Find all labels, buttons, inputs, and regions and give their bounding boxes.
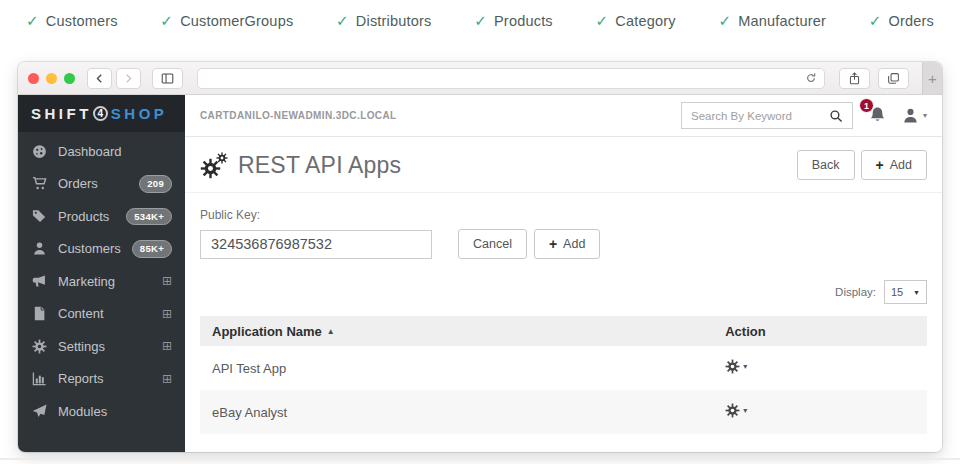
migration-status-label: Products	[494, 13, 553, 29]
sidebar-item-marketing[interactable]: Marketing ⊞	[18, 265, 185, 298]
admin-topbar: CARTDANILO-NEWADMIN.3DC.LOCAL 1	[185, 95, 942, 137]
check-icon: ✓	[474, 12, 487, 30]
page-size-value: 15	[891, 286, 903, 298]
sidebar-item-settings[interactable]: Settings ⊞	[18, 330, 185, 363]
table-header: Application Name ▲ Action	[200, 316, 927, 346]
migration-status-label: Distributors	[356, 13, 432, 29]
expand-icon[interactable]: ⊞	[162, 373, 172, 385]
back-button[interactable]: Back	[797, 150, 855, 180]
search-input[interactable]	[691, 110, 823, 122]
table-row: API Test App ▾	[200, 346, 927, 390]
public-key-input[interactable]	[200, 230, 432, 259]
migration-status-label: Orders	[888, 13, 934, 29]
search-icon[interactable]	[829, 109, 843, 123]
migration-status-item: ✓ Manufacturer	[718, 12, 826, 30]
sidebar-item-dashboard[interactable]: Dashboard	[18, 135, 185, 168]
display-label: Display:	[835, 286, 876, 298]
browser-share-button[interactable]	[839, 68, 870, 89]
sidebar-item-label: Products	[58, 209, 109, 224]
sidebar-item-label: Customers	[58, 241, 121, 256]
sidebar-item-label: Reports	[58, 371, 104, 386]
expand-icon[interactable]: ⊞	[162, 308, 172, 320]
dashboard-icon	[31, 143, 47, 159]
check-icon: ✓	[595, 12, 608, 30]
sidebar-item-orders[interactable]: Orders 209	[18, 168, 185, 201]
check-icon: ✓	[336, 12, 349, 30]
public-key-section: Public Key: Cancel + Add	[185, 193, 942, 259]
tags-icon	[31, 208, 47, 224]
application-name-cell: API Test App	[212, 361, 725, 376]
sidebar-item-label: Marketing	[58, 274, 115, 289]
sidebar-item-label: Orders	[58, 176, 98, 191]
sidebar-item-content[interactable]: Content ⊞	[18, 298, 185, 331]
page-header: REST API Apps Back + Add	[185, 137, 942, 193]
count-badge: 534K+	[126, 208, 172, 226]
check-icon: ✓	[869, 12, 882, 30]
sidebar-menu: Dashboard Orders 209 Products 534K+ Cust	[18, 132, 185, 428]
admin-app: SHIFT 4 SHOP Dashboard Orders 209 Produ	[18, 95, 942, 452]
sidebar-item-customers[interactable]: Customers 85K+	[18, 233, 185, 266]
expand-icon[interactable]: ⊞	[162, 340, 172, 352]
url-input[interactable]	[205, 71, 805, 85]
user-icon	[902, 107, 919, 124]
new-tab-button[interactable]: +	[922, 62, 942, 94]
customer-icon	[31, 241, 47, 257]
migration-status-label: Customers	[46, 13, 118, 29]
store-domain-breadcrumb: CARTDANILO-NEWADMIN.3DC.LOCAL	[200, 110, 397, 121]
cancel-button[interactable]: Cancel	[458, 229, 527, 259]
sidebar-item-modules[interactable]: Modules	[18, 395, 185, 428]
bar-chart-icon	[31, 371, 47, 387]
megaphone-icon	[31, 273, 47, 289]
migration-status-item: ✓ CustomerGroups	[160, 12, 293, 30]
tabs-icon	[887, 72, 900, 85]
application-name-column-header[interactable]: Application Name ▲	[212, 324, 725, 339]
action-column-header: Action	[725, 324, 915, 339]
sort-ascending-icon: ▲	[327, 327, 335, 336]
page-bottom-divider	[0, 458, 960, 460]
migration-status-label: Category	[615, 13, 675, 29]
share-icon	[848, 72, 861, 85]
table-body: API Test App ▾ eBay Analyst ▾	[200, 346, 927, 434]
close-window-button[interactable]	[28, 73, 39, 84]
page-size-select[interactable]: 15 ▼	[884, 280, 927, 304]
browser-tabs-button[interactable]	[878, 68, 909, 89]
page-title: REST API Apps	[238, 152, 401, 179]
browser-address-bar[interactable]	[197, 68, 825, 89]
topbar-actions: 1 ▾	[681, 102, 927, 129]
count-badge: 85K+	[132, 240, 172, 258]
chevron-right-icon	[123, 73, 134, 84]
application-name-cell: eBay Analyst	[212, 405, 725, 420]
notifications-bell-icon[interactable]: 1	[868, 106, 887, 125]
shift4shop-logo[interactable]: SHIFT 4 SHOP	[18, 95, 185, 132]
display-controls: Display: 15 ▼	[185, 259, 942, 304]
chevron-left-icon	[94, 73, 105, 84]
refresh-icon[interactable]	[805, 72, 817, 84]
check-icon: ✓	[160, 12, 173, 30]
sidebar-item-label: Content	[58, 306, 104, 321]
migration-status-item: ✓ Products	[474, 12, 553, 30]
keyword-search-box[interactable]	[681, 102, 853, 129]
migration-status-item: ✓ Orders	[869, 12, 934, 30]
expand-icon[interactable]: ⊞	[162, 275, 172, 287]
add-key-button[interactable]: + Add	[534, 229, 600, 259]
account-menu[interactable]: ▾	[902, 107, 927, 124]
browser-window: + SHIFT 4 SHOP Dashboard Orders 209	[18, 62, 942, 452]
add-app-button[interactable]: + Add	[861, 150, 927, 180]
check-icon: ✓	[26, 12, 39, 30]
count-badge: 209	[139, 175, 172, 193]
sidebar-item-products[interactable]: Products 534K+	[18, 200, 185, 233]
minimize-window-button[interactable]	[46, 73, 57, 84]
public-key-label: Public Key:	[200, 208, 927, 222]
sidebar-item-reports[interactable]: Reports ⊞	[18, 363, 185, 396]
cart-icon	[31, 176, 47, 192]
plus-icon: +	[549, 237, 557, 251]
notification-count-badge: 1	[859, 98, 874, 113]
browser-forward-button[interactable]	[116, 68, 141, 89]
gear-icon	[725, 359, 740, 374]
zoom-window-button[interactable]	[64, 73, 75, 84]
browser-sidebar-toggle-button[interactable]	[152, 68, 183, 89]
migration-status-item: ✓ Category	[595, 12, 675, 30]
row-actions-menu[interactable]: ▾	[725, 403, 747, 418]
browser-back-button[interactable]	[87, 68, 112, 89]
row-actions-menu[interactable]: ▾	[725, 359, 747, 374]
